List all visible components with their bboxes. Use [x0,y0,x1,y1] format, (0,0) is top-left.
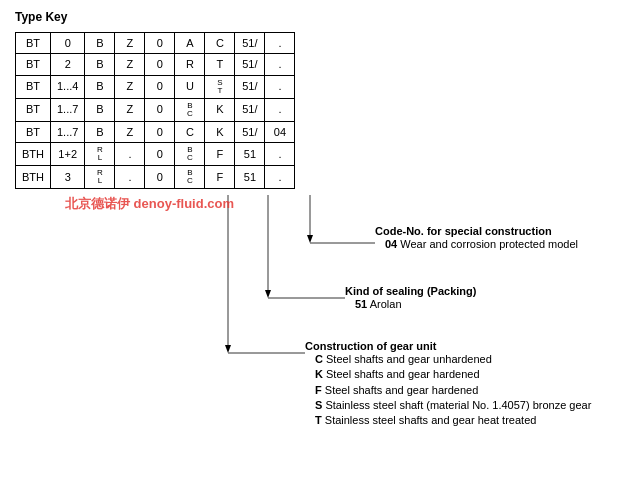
cell-0a-4: 0 [145,98,175,121]
cell-z-1: Z [115,33,145,54]
construction-item-k: K Steel shafts and gear hardened [315,367,591,382]
cell-dot-2: . [265,54,295,75]
cell-bt-1: BT [16,33,51,54]
codeno-title: Code-No. for special construction [375,225,578,237]
type-key-table: BT 0 B Z 0 A C 51/ . BT 2 B Z 0 R T 51/ … [15,32,295,189]
table-row: BT 1...4 B Z 0 U S T 51/ . [16,75,295,98]
construction-annotation: Construction of gear unit C Steel shafts… [305,340,591,433]
cell-bt-5: BT [16,121,51,142]
cell-rl-7: R L [85,165,115,188]
construction-item-f: F Steel shafts and gear hardened [315,383,591,398]
cell-f-7: F [205,165,235,188]
cell-rl-6: R L [85,142,115,165]
table-row: BT 1...7 B Z 0 C K 51/ 04 [16,121,295,142]
table-row: BT 1...7 B Z 0 B C K 51/ . [16,98,295,121]
cell-dot-6: . [115,142,145,165]
cell-17-5: 1...7 [51,121,85,142]
cell-b-3: B [85,75,115,98]
cell-u-3: U [175,75,205,98]
cell-bc-7: B C [175,165,205,188]
table-row: BT 0 B Z 0 A C 51/ . [16,33,295,54]
sealing-annotation: Kind of sealing (Packing) 51 Arolan [345,285,476,316]
table-row: BT 2 B Z 0 R T 51/ . [16,54,295,75]
table-row: BTH 3 R L . 0 B C F 51 . [16,165,295,188]
cell-dot-7: . [115,165,145,188]
cell-0a-3: 0 [145,75,175,98]
cell-14-3: 1...4 [51,75,85,98]
cell-b-2: B [85,54,115,75]
cell-2-2: 2 [51,54,85,75]
cell-c-5: C [175,121,205,142]
cell-z-4: Z [115,98,145,121]
cell-51-6: 51 [235,142,265,165]
sealing-item-1: 51 Arolan [355,297,476,312]
cell-17-4: 1...7 [51,98,85,121]
cell-t-2: T [205,54,235,75]
cell-04-5: 04 [265,121,295,142]
construction-item-c: C Steel shafts and gear unhardened [315,352,591,367]
codeno-annotation: Code-No. for special construction 04 Wea… [375,225,578,256]
cell-r-2: R [175,54,205,75]
cell-z-5: Z [115,121,145,142]
cell-51-3: 51/ [235,75,265,98]
cell-b-5: B [85,121,115,142]
cell-0a-5: 0 [145,121,175,142]
cell-b-1: B [85,33,115,54]
cell-dot-4: . [265,98,295,121]
cell-st-3: S T [205,75,235,98]
cell-dot2-7: . [265,165,295,188]
cell-bt-2: BT [16,54,51,75]
sealing-title: Kind of sealing (Packing) [345,285,476,297]
cell-z-3: Z [115,75,145,98]
svg-marker-1 [307,235,313,243]
cell-dot-1: . [265,33,295,54]
cell-a-1: A [175,33,205,54]
cell-51-1: 51/ [235,33,265,54]
cell-k-5: K [205,121,235,142]
cell-k-4: K [205,98,235,121]
cell-0a-7: 0 [145,165,175,188]
cell-dot-3: . [265,75,295,98]
page-title: Type Key [15,10,612,24]
cell-bth-7: BTH [16,165,51,188]
construction-title: Construction of gear unit [305,340,591,352]
codeno-item-1: 04 Wear and corrosion protected model [385,237,578,252]
cell-51-2: 51/ [235,54,265,75]
cell-bt-3: BT [16,75,51,98]
cell-51-4: 51/ [235,98,265,121]
annotations-area: 北京德诺伊 denoy-fluid.com Code-No. for speci… [15,195,612,415]
cell-0a-1: 0 [145,33,175,54]
cell-0a-2: 0 [145,54,175,75]
cell-bth-6: BTH [16,142,51,165]
svg-marker-5 [225,345,231,353]
cell-51-7: 51 [235,165,265,188]
cell-0a-6: 0 [145,142,175,165]
svg-marker-3 [265,290,271,298]
cell-bt-4: BT [16,98,51,121]
cell-12-6: 1+2 [51,142,85,165]
cell-bc-4: B C [175,98,205,121]
cell-f-6: F [205,142,235,165]
cell-z-2: Z [115,54,145,75]
cell-3-7: 3 [51,165,85,188]
cell-c-1: C [205,33,235,54]
cell-51-5: 51/ [235,121,265,142]
table-row: BTH 1+2 R L . 0 B C F 51 . [16,142,295,165]
cell-b-4: B [85,98,115,121]
cell-0-1: 0 [51,33,85,54]
construction-item-s: S Stainless steel shaft (material No. 1.… [315,398,591,413]
cell-bc-6: B C [175,142,205,165]
cell-dot2-6: . [265,142,295,165]
construction-item-t: T Stainless steel shafts and gear heat t… [315,413,591,428]
